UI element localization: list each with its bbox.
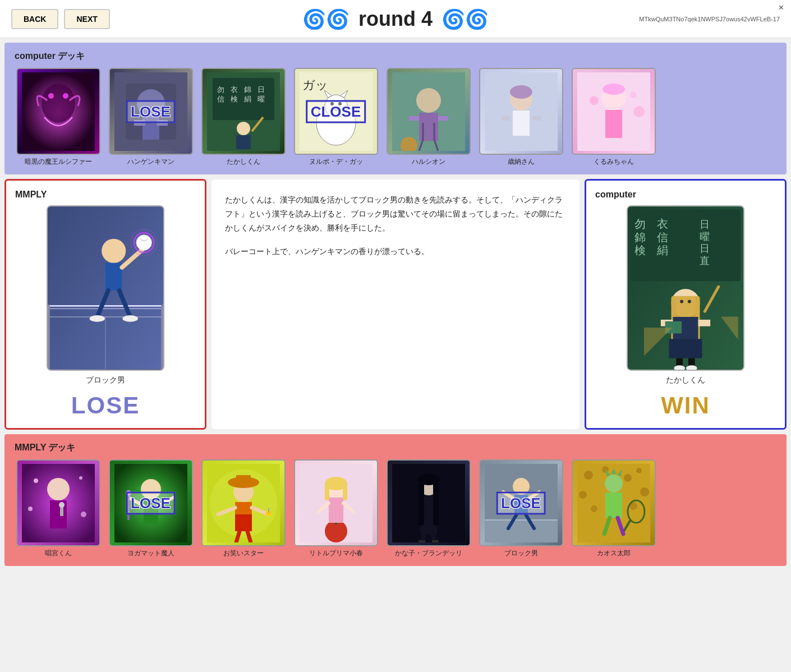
svg-rect-39	[513, 111, 530, 136]
list-item[interactable]: 勿 衣 錦 日 信 検 絹 曜 たか	[200, 68, 287, 167]
svg-point-156	[636, 468, 642, 473]
computer-card-art: 勿 衣 錦 信 検 絹 日 曜 日 直	[628, 205, 743, 371]
list-item[interactable]: ハルシオン	[385, 68, 472, 167]
player-card-art	[48, 205, 163, 371]
svg-point-153	[584, 471, 593, 480]
computer-deck-label: computer デッキ	[15, 50, 776, 62]
list-item[interactable]: ガッ CLOSE ヌルポ・デ・ガッ	[292, 68, 379, 167]
svg-point-158	[640, 487, 649, 496]
list-item[interactable]: くるみちゃん	[570, 68, 657, 167]
narrative-text-1: たかしくんは、漢字の知識を活かしてブロック男の動きを先読みする。そして、「ハンデ…	[225, 193, 566, 236]
svg-rect-141	[419, 540, 425, 542]
card-name: リトルプリマ小春	[309, 549, 363, 558]
player-battle-panel: MMPLY	[4, 179, 206, 430]
svg-point-62	[136, 235, 151, 250]
svg-point-157	[579, 491, 587, 499]
card-image	[572, 459, 656, 546]
svg-point-99	[81, 512, 86, 517]
card-art-halcion	[392, 72, 465, 151]
card-image	[387, 459, 471, 546]
svg-point-46	[603, 84, 625, 95]
card-name: たかしくん	[227, 157, 260, 167]
list-item[interactable]: リトルプリマ小春	[292, 459, 379, 558]
window-close-button[interactable]: ✕	[778, 2, 784, 12]
svg-text:信: 信	[217, 95, 224, 103]
player-battle-card	[47, 205, 164, 371]
svg-point-100	[28, 507, 33, 511]
card-name: ハルシオン	[412, 157, 445, 167]
card-name: ヌルポ・デ・ガッ	[309, 157, 363, 167]
list-item[interactable]: かな子・ブランデッリ	[385, 459, 472, 558]
svg-text:検　絹: 検 絹	[634, 245, 668, 256]
list-item[interactable]: 唱宮くん	[15, 459, 102, 558]
svg-text:ガッ: ガッ	[302, 78, 328, 92]
round-display: 🌀🌀 round 4 🌀🌀	[302, 7, 489, 31]
close-icon: ✕	[778, 3, 784, 12]
card-name: ハンゲンキマン	[127, 157, 174, 167]
computer-deck-cards: 暗黒の魔王ルシファー LOSE ハンゲンキマン	[15, 68, 776, 167]
svg-rect-129	[325, 484, 329, 500]
svg-rect-127	[329, 498, 343, 523]
battle-area: MMPLY	[4, 179, 787, 430]
mmply-deck-label: MMPLY デッキ	[15, 442, 776, 454]
card-image	[201, 459, 286, 546]
svg-text:勿: 勿	[217, 85, 224, 94]
card-image: LOSE	[479, 459, 563, 546]
mmply-deck-cards: 唱宮くん LO	[15, 459, 776, 558]
svg-rect-114	[236, 475, 251, 484]
list-item[interactable]: 歳納さん	[477, 68, 564, 167]
card-name: 暗黒の魔王ルシファー	[25, 157, 92, 167]
list-item[interactable]: 暗黒の魔王ルシファー	[15, 68, 102, 167]
lose-overlay: CLOSE	[306, 100, 366, 123]
player-result: LOSE	[71, 392, 140, 419]
card-name: 歳納さん	[508, 157, 535, 167]
svg-point-91	[686, 365, 697, 371]
svg-point-55	[102, 239, 126, 263]
svg-rect-21	[236, 135, 251, 149]
svg-point-48	[630, 91, 637, 98]
svg-rect-144	[485, 520, 558, 542]
svg-rect-33	[419, 113, 438, 141]
svg-point-47	[590, 96, 599, 105]
svg-rect-85	[698, 320, 711, 326]
next-button[interactable]: NEXT	[64, 9, 109, 29]
list-item[interactable]: お笑いスター	[200, 459, 287, 558]
svg-point-60	[90, 315, 105, 322]
svg-rect-56	[105, 263, 122, 291]
svg-point-2	[48, 93, 54, 99]
card-art-utamiya	[22, 464, 95, 542]
narrative-text-2: バレーコート上で、ハンゲンキマンの香りが漂っている。	[225, 245, 566, 259]
card-art-ankoku	[22, 72, 95, 151]
card-image	[387, 68, 471, 155]
card-name: かな子・ブランデッリ	[395, 549, 462, 558]
svg-rect-41	[502, 116, 510, 121]
list-item[interactable]: LOSE ブロック男	[477, 459, 564, 558]
svg-rect-42	[532, 116, 541, 121]
back-button[interactable]: BACK	[11, 9, 58, 29]
svg-text:日: 日	[700, 219, 710, 230]
list-item[interactable]: LOSE ヨガマット魔人	[107, 459, 194, 558]
card-image: LOSE	[109, 68, 193, 155]
computer-result: WIN	[661, 392, 710, 419]
svg-text:錦: 錦	[244, 85, 251, 94]
list-item[interactable]: カオス太郎	[570, 459, 657, 558]
lose-overlay: LOSE	[126, 491, 176, 514]
svg-point-155	[624, 474, 632, 482]
card-name: くるみちゃん	[594, 157, 634, 167]
lose-overlay: LOSE	[496, 491, 546, 514]
svg-rect-136	[419, 481, 424, 526]
list-item[interactable]: LOSE ハンゲンキマン	[107, 68, 194, 167]
computer-battle-label: computer	[595, 190, 636, 200]
card-art-takashi: 勿 衣 錦 日 信 検 絹 曜	[207, 72, 280, 151]
computer-battle-card: 勿 衣 錦 信 検 絹 日 曜 日 直	[627, 205, 744, 371]
card-art-kurumi	[577, 72, 650, 151]
svg-point-49	[633, 106, 645, 117]
svg-text:錦　信: 錦 信	[634, 232, 668, 243]
card-image	[16, 459, 100, 546]
svg-text:曜: 曜	[257, 95, 265, 103]
svg-point-80	[680, 300, 683, 303]
svg-point-3	[63, 93, 68, 99]
card-name: 唱宮くん	[45, 549, 72, 558]
player-card-name: ブロック男	[86, 375, 125, 385]
left-logo: 🌀🌀	[302, 8, 349, 30]
